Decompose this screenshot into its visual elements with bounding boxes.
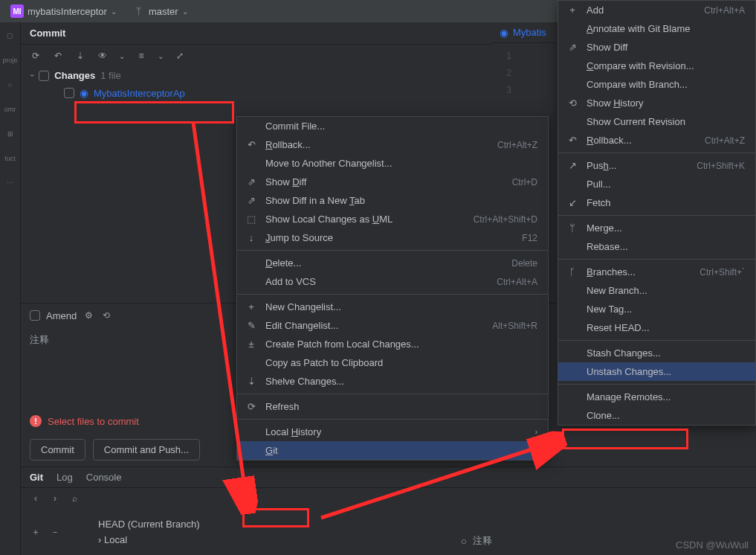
menu-icon: ⬚: [245, 214, 258, 225]
menu-item[interactable]: ±Create Patch from Local Changes...: [237, 335, 548, 353]
structure-icon[interactable]: ⊞: [3, 126, 18, 141]
shortcut: Ctrl+Alt+A: [497, 277, 537, 287]
menu-label: Manage Remotes...: [587, 391, 671, 402]
menu-item[interactable]: Local History›: [237, 423, 548, 441]
menu-item[interactable]: Rebase...: [558, 237, 755, 256]
warning-icon: !: [30, 415, 42, 427]
menu-item[interactable]: ⟲Show History: [558, 94, 755, 112]
amend-checkbox[interactable]: [30, 310, 40, 321]
menu-item[interactable]: Compare with Revision...: [558, 57, 755, 75]
menu-item[interactable]: ⇗Show Diff: [558, 38, 755, 57]
chevron-down-icon[interactable]: ⌄: [158, 52, 164, 60]
menu-item[interactable]: Show Current Revision: [558, 112, 755, 131]
group-icon[interactable]: ≡: [135, 50, 147, 62]
editor-tab[interactable]: ◉ Mybatis: [492, 22, 556, 43]
menu-icon: ↙: [566, 197, 579, 208]
minus-icon[interactable]: －: [49, 526, 61, 538]
rail-label: proje: [2, 57, 17, 64]
menu-item[interactable]: ⟳Refresh: [237, 397, 548, 416]
menu-item[interactable]: ⇗Show Diff in a New Tab: [237, 191, 548, 210]
menu-item[interactable]: Reset HEAD...: [558, 318, 755, 337]
menu-item[interactable]: Git›: [237, 441, 548, 460]
menu-item[interactable]: Move to Another Changelist...: [237, 154, 548, 173]
collapse-icon[interactable]: ⤢: [174, 50, 186, 62]
menu-label: Push...: [587, 160, 616, 171]
commit-icon[interactable]: ○: [3, 77, 18, 92]
menu-label: Unstash Changes...: [587, 366, 671, 377]
chevron-left-icon[interactable]: ‹: [30, 493, 42, 504]
menu-label: New Branch...: [587, 285, 647, 296]
menu-item[interactable]: +New Changelist...: [237, 298, 548, 316]
log-note: 注释: [473, 534, 492, 548]
shortcut: Ctrl+Alt+Z: [705, 135, 745, 146]
git-submenu: +AddCtrl+Alt+AAnnotate with Git Blame⇗Sh…: [558, 0, 756, 426]
menu-item[interactable]: Pull...: [558, 175, 755, 193]
java-class-icon: ◉: [80, 87, 88, 99]
branch-selector[interactable]: ᛘ master ⌄: [129, 4, 193, 19]
project-selector[interactable]: MI mybatisInterceptor ⌄: [6, 3, 121, 19]
menu-item[interactable]: ↶Rollback...Ctrl+Alt+Z: [237, 135, 548, 154]
left-rail: ▢ proje ○ omr ⊞ tuct ⋯: [0, 22, 21, 555]
shelve-icon[interactable]: ⇣: [74, 50, 86, 62]
menu-item[interactable]: ⇣Shelve Changes...: [237, 372, 548, 391]
menu-item[interactable]: Unstash Changes...: [558, 362, 755, 381]
menu-item[interactable]: Annotate with Git Blame: [558, 19, 755, 38]
history-icon[interactable]: ⟲: [100, 309, 112, 321]
menu-item[interactable]: ⇗Show DiffCtrl+D: [237, 173, 548, 191]
menu-item[interactable]: Stash Changes...: [558, 344, 755, 362]
menu-item[interactable]: ᚴBranches...Ctrl+Shift+`: [558, 263, 755, 281]
menu-label: New Tag...: [587, 304, 632, 315]
menu-item[interactable]: Manage Remotes...: [558, 388, 755, 406]
commit-button[interactable]: Commit: [30, 439, 85, 461]
menu-label: Move to Another Changelist...: [265, 158, 392, 169]
warning-text: Select files to commit: [48, 416, 139, 427]
editor-tab-label: Mybatis: [513, 27, 546, 38]
gear-icon[interactable]: ⚙: [83, 309, 94, 321]
checkbox[interactable]: [64, 88, 74, 98]
tab-git[interactable]: Git: [30, 472, 43, 483]
chevron-right-icon[interactable]: ›: [49, 493, 61, 504]
menu-label: Clone...: [587, 410, 620, 421]
bottom-tabs: Git Log Console: [21, 466, 756, 487]
menu-label: Show Local Changes as UML: [265, 214, 392, 225]
folder-icon[interactable]: ▢: [3, 28, 18, 43]
menu-item[interactable]: Compare with Branch...: [558, 75, 755, 94]
menu-item[interactable]: New Branch...: [558, 281, 755, 300]
rollback-icon[interactable]: ↶: [52, 50, 64, 62]
menu-item[interactable]: +AddCtrl+Alt+A: [558, 1, 755, 19]
menu-label: Compare with Branch...: [587, 79, 688, 90]
branch-local[interactable]: › Local: [98, 532, 200, 548]
commit-and-push-button[interactable]: Commit and Push...: [93, 439, 200, 461]
menu-item[interactable]: ↙Fetch: [558, 193, 755, 212]
menu-item[interactable]: New Tag...: [558, 300, 755, 318]
chevron-down-icon: ›: [28, 74, 36, 77]
menu-item[interactable]: Delete...Delete: [237, 254, 548, 272]
menu-item[interactable]: ᛘMerge...: [558, 219, 755, 237]
chevron-down-icon[interactable]: ⌄: [119, 52, 125, 60]
menu-item[interactable]: Copy as Patch to Clipboard: [237, 353, 548, 372]
menu-item[interactable]: ✎Edit Changelist...Alt+Shift+R: [237, 316, 548, 335]
branch-head[interactable]: HEAD (Current Branch): [98, 516, 200, 532]
menu-label: Stash Changes...: [587, 347, 661, 359]
file-name: MybatisInterceptorAp: [94, 88, 185, 99]
tab-console[interactable]: Console: [86, 472, 122, 483]
eye-icon[interactable]: 👁: [97, 50, 109, 62]
menu-item[interactable]: Clone...: [558, 406, 755, 425]
tab-log[interactable]: Log: [56, 472, 73, 483]
menu-item[interactable]: Add to VCSCtrl+Alt+A: [237, 272, 548, 291]
plus-icon[interactable]: ＋: [30, 526, 42, 538]
menu-item[interactable]: Commit File...: [237, 117, 548, 135]
chevron-down-icon: ⌄: [111, 7, 117, 16]
search-icon[interactable]: ⌕: [68, 493, 80, 504]
checkbox[interactable]: [39, 71, 49, 81]
menu-item[interactable]: ↗Push...Ctrl+Shift+K: [558, 156, 755, 175]
refresh-icon[interactable]: ⟳: [30, 50, 42, 62]
chevron-right-icon: ›: [535, 446, 537, 455]
more-icon[interactable]: ⋯: [3, 176, 18, 190]
menu-item[interactable]: ↶Rollback...Ctrl+Alt+Z: [558, 131, 755, 150]
menu-icon: ↶: [245, 139, 258, 150]
menu-label: Git: [265, 445, 278, 456]
menu-item[interactable]: ⬚Show Local Changes as UMLCtrl+Alt+Shift…: [237, 210, 548, 228]
changes-label: Changes: [54, 70, 95, 81]
menu-item[interactable]: ↓Jump to SourceF12: [237, 228, 548, 247]
